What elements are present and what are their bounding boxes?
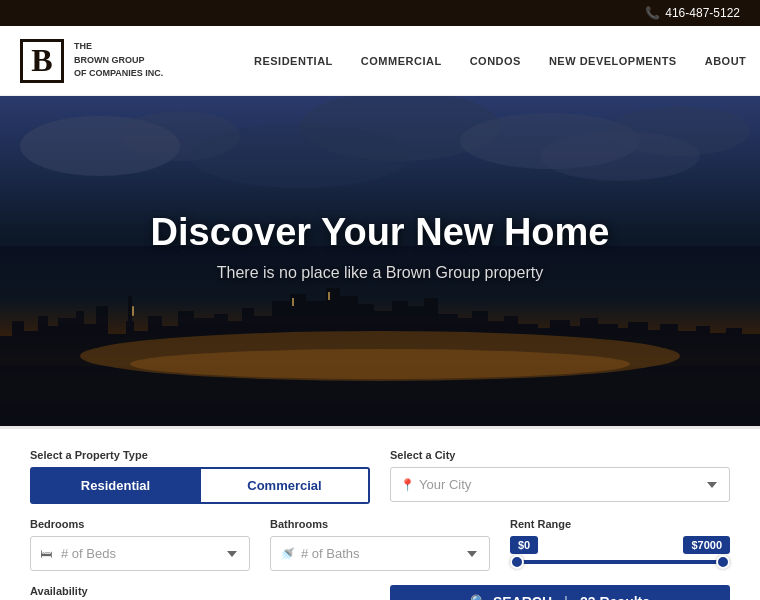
rent-range-col: Rent Range $0 $7000	[510, 518, 730, 564]
svg-rect-62	[292, 298, 294, 306]
svg-point-65	[130, 349, 630, 379]
svg-rect-60	[740, 334, 760, 426]
property-type-label: Select a Property Type	[30, 449, 370, 461]
search-divider: |	[564, 594, 568, 600]
main-nav: B The Brown Group of Companies Inc. RESI…	[0, 26, 760, 96]
city-col: Select a City Your City	[390, 449, 730, 502]
svg-point-7	[540, 131, 700, 181]
nav-links: RESIDENTIAL COMMERCIAL CONDOS NEW DEVELO…	[210, 26, 760, 96]
property-type-col: Select a Property Type Residential Comme…	[30, 449, 370, 504]
rent-range-thumb-left[interactable]	[510, 555, 524, 569]
city-wrapper: Your City	[390, 467, 730, 502]
bedrooms-wrapper: 🛏 # of Beds	[30, 536, 250, 571]
rent-range-wrapper: $0 $7000	[510, 536, 730, 564]
search-button-col: 🔍 SEARCH | 23 Results	[390, 585, 730, 600]
bathrooms-select[interactable]: # of Baths	[270, 536, 490, 571]
logo-text: The Brown Group of Companies Inc.	[74, 40, 163, 81]
hero-content: Discover Your New Home There is no place…	[151, 211, 610, 282]
phone-number: 416-487-5122	[665, 6, 740, 20]
svg-rect-61	[132, 306, 134, 316]
svg-rect-56	[676, 331, 698, 426]
availability-col: Availability All Only Available Suites	[30, 585, 370, 600]
search-row-1: Select a Property Type Residential Comme…	[30, 449, 730, 504]
search-results: 23 Results	[580, 594, 650, 600]
commercial-button[interactable]: Commercial	[201, 467, 370, 504]
residential-button[interactable]: Residential	[30, 467, 201, 504]
search-panel: Select a Property Type Residential Comme…	[0, 426, 760, 600]
rent-max-label: $7000	[683, 536, 730, 554]
bedrooms-select[interactable]: # of Beds	[30, 536, 250, 571]
svg-rect-17	[82, 324, 98, 426]
nav-link-commercial[interactable]: COMMERCIAL	[347, 26, 456, 96]
city-select[interactable]: Your City	[390, 467, 730, 502]
rent-range-thumb-right[interactable]	[716, 555, 730, 569]
hero-section: Discover Your New Home There is no place…	[0, 96, 760, 426]
bedrooms-col: Bedrooms 🛏 # of Beds	[30, 518, 250, 571]
rent-min-label: $0	[510, 536, 538, 554]
svg-rect-58	[708, 333, 728, 426]
top-bar: 📞 416-487-5122	[0, 0, 760, 26]
search-row-2: Bedrooms 🛏 # of Beds Bathrooms 🚿 # of Ba…	[30, 518, 730, 571]
nav-link-about[interactable]: ABOUT	[691, 26, 760, 96]
svg-rect-14	[46, 326, 60, 426]
bathrooms-col: Bathrooms 🚿 # of Baths	[270, 518, 490, 571]
bath-icon: 🚿	[280, 547, 295, 561]
svg-rect-63	[328, 292, 330, 300]
nav-link-condos[interactable]: CONDOS	[456, 26, 535, 96]
rent-range-labels: $0 $7000	[510, 536, 730, 554]
hero-title: Discover Your New Home	[151, 211, 610, 254]
search-label: SEARCH	[493, 594, 552, 600]
svg-rect-12	[22, 331, 40, 426]
search-row-3: Availability All Only Available Suites 🔍…	[30, 585, 730, 600]
property-type-buttons: Residential Commercial	[30, 467, 370, 504]
svg-rect-54	[646, 330, 662, 426]
svg-rect-57	[696, 326, 710, 426]
hero-subtitle: There is no place like a Brown Group pro…	[151, 264, 610, 282]
bathrooms-wrapper: 🚿 # of Baths	[270, 536, 490, 571]
rent-range-label: Rent Range	[510, 518, 730, 530]
nav-link-new-developments[interactable]: NEW DEVELOPMENTS	[535, 26, 691, 96]
availability-label: Availability	[30, 585, 370, 597]
svg-rect-15	[58, 318, 78, 426]
svg-rect-55	[660, 324, 678, 426]
search-icon: 🔍	[470, 594, 487, 600]
svg-rect-59	[726, 328, 742, 426]
bathrooms-label: Bathrooms	[270, 518, 490, 530]
rent-range-track[interactable]	[510, 560, 730, 564]
logo-icon: B	[20, 39, 64, 83]
search-button[interactable]: 🔍 SEARCH | 23 Results	[390, 585, 730, 600]
nav-link-residential[interactable]: RESIDENTIAL	[240, 26, 347, 96]
bed-icon: 🛏	[40, 547, 52, 561]
logo[interactable]: B The Brown Group of Companies Inc.	[20, 39, 210, 83]
svg-rect-53	[628, 322, 648, 426]
phone-icon: 📞	[645, 6, 660, 20]
bedrooms-label: Bedrooms	[30, 518, 250, 530]
city-label: Select a City	[390, 449, 730, 461]
svg-point-6	[190, 124, 410, 188]
